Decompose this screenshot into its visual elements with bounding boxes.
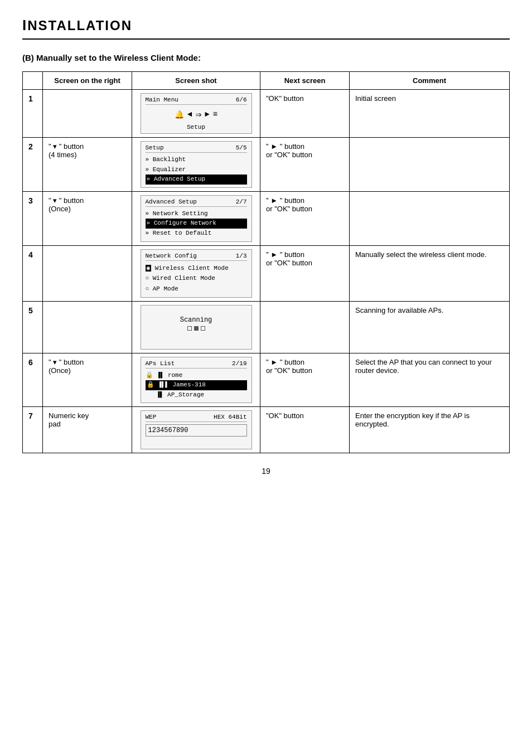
screenshot-main-menu: Main Menu 6/6 🔔 ◄ ⇒ ► ≡ Setup — [141, 93, 252, 134]
table-row: 5 Scanning Scanning for available APs. — [23, 301, 510, 353]
screenshot-cell: APs List 2/19 🔒 ▐▌ rome 🔒 ▐▌▌ James-318 … — [132, 353, 260, 407]
ss-scanning-text: Scanning — [146, 308, 247, 335]
col-screen-right: Screen on the right — [43, 72, 132, 90]
screenshot-scanning: Scanning — [141, 305, 252, 350]
next-screen — [260, 301, 350, 353]
screenshot-cell: WEP HEX 64Bit 1234567890 — [132, 407, 260, 453]
ss-item-0: » Network Setting — [146, 209, 247, 219]
ss-page: 1/3 — [236, 253, 247, 259]
ss-item-2: » Reset to Default — [146, 229, 247, 239]
icon-bell: 🔔 — [175, 110, 184, 119]
screenshot-network-config: Network Config 1/3 ◉ Wireless Client Mod… — [141, 249, 252, 298]
icon-usb: ⇒ — [195, 108, 201, 120]
row-num: 4 — [23, 245, 43, 301]
ss-page: 2/19 — [232, 360, 246, 367]
next-screen: " ► " button or "OK" button — [260, 245, 350, 301]
comment — [350, 191, 510, 245]
ss-page: 5/5 — [236, 144, 247, 151]
comment — [350, 138, 510, 192]
ss-item-0: » Backlight — [146, 155, 247, 165]
ss-title: Advanced Setup — [146, 198, 197, 205]
ss-item-1: 🔒 ▐▌▌ James-318 — [146, 380, 247, 390]
icon-list: ≡ — [213, 110, 217, 119]
row-num: 1 — [23, 90, 43, 138]
section-heading: (B) Manually set to the Wireless Client … — [22, 53, 510, 62]
ss-page: 2/7 — [236, 198, 247, 205]
screenshot-setup-menu: Setup 5/5 » Backlight » Equalizer » Adva… — [141, 141, 252, 188]
ss-radio-0: ◉ Wireless Client Mode — [146, 263, 247, 274]
comment: Scanning for available APs. — [350, 301, 510, 353]
ss-wep-value: 1234567890 — [146, 424, 247, 437]
next-screen: "OK" button — [260, 90, 350, 138]
row-num: 6 — [23, 353, 43, 407]
row-num: 7 — [23, 407, 43, 453]
screenshot-wep: WEP HEX 64Bit 1234567890 — [141, 410, 252, 449]
next-screen: "OK" button — [260, 407, 350, 453]
table-row: 4 Network Config 1/3 ◉ Wireless Client M… — [23, 245, 510, 301]
row-num: 5 — [23, 301, 43, 353]
icon-right: ► — [205, 110, 209, 119]
table-row: 3 " ▾ " button (Once) Advanced Setup 2/7… — [23, 191, 510, 245]
ss-label: Setup — [146, 124, 247, 130]
dot-1 — [187, 326, 192, 331]
ss-title: Network Config — [146, 253, 197, 259]
ss-item-2: » Advanced Setup — [146, 175, 247, 185]
screenshot-cell: Main Menu 6/6 🔔 ◄ ⇒ ► ≡ Setup — [132, 90, 260, 138]
ss-item-2: ▐▌ AP_Storage — [146, 390, 247, 400]
next-screen: " ► " button or "OK" button — [260, 138, 350, 192]
dot-3 — [201, 326, 205, 331]
screen-right: Numeric key pad — [43, 407, 132, 453]
screen-right: " ▾ " button (Once) — [43, 353, 132, 407]
screenshot-advanced-setup: Advanced Setup 2/7 » Network Setting » C… — [141, 195, 252, 242]
comment: Initial screen — [350, 90, 510, 138]
ss-page: 6/6 — [236, 96, 247, 103]
comment: Select the AP that you can connect to yo… — [350, 353, 510, 407]
ss-icons: 🔔 ◄ ⇒ ► ≡ — [146, 108, 247, 120]
table-row: 7 Numeric key pad WEP HEX 64Bit 12345678… — [23, 407, 510, 453]
screen-right: " ▾ " button (Once) — [43, 191, 132, 245]
screenshot-cell: Advanced Setup 2/7 » Network Setting » C… — [132, 191, 260, 245]
col-next-screen: Next screen — [260, 72, 350, 90]
col-screenshot: Screen shot — [132, 72, 260, 90]
screenshot-cell: Setup 5/5 » Backlight » Equalizer » Adva… — [132, 138, 260, 192]
col-num — [23, 72, 43, 90]
comment: Enter the encryption key if the AP is en… — [350, 407, 510, 453]
screenshot-aps-list: APs List 2/19 🔒 ▐▌ rome 🔒 ▐▌▌ James-318 … — [141, 357, 252, 404]
next-screen: " ► " button or "OK" button — [260, 353, 350, 407]
screen-right — [43, 301, 132, 353]
ss-item-0: 🔒 ▐▌ rome — [146, 371, 247, 381]
col-comment: Comment — [350, 72, 510, 90]
row-num: 3 — [23, 191, 43, 245]
installation-table: Screen on the right Screen shot Next scr… — [22, 71, 510, 453]
dot-2 — [194, 326, 199, 331]
ss-title: Setup — [146, 144, 164, 151]
ss-wep-type: HEX 64Bit — [214, 414, 246, 420]
ss-radio-1: ○ Wired Client Mode — [146, 273, 247, 284]
table-row: 1 Main Menu 6/6 🔔 ◄ ⇒ ► ≡ Setup — [23, 90, 510, 138]
ss-title: Main Menu — [146, 96, 178, 103]
table-row: 2 " ▾ " button (4 times) Setup 5/5 » Bac… — [23, 138, 510, 192]
ss-item-1: » Equalizer — [146, 165, 247, 175]
screenshot-cell: Network Config 1/3 ◉ Wireless Client Mod… — [132, 245, 260, 301]
screenshot-cell: Scanning — [132, 301, 260, 353]
ss-scanning-dots — [146, 326, 247, 331]
page-footer: 19 — [22, 467, 510, 476]
table-row: 6 " ▾ " button (Once) APs List 2/19 🔒 ▐▌… — [23, 353, 510, 407]
ss-title: APs List — [146, 360, 175, 367]
ss-radio-2: ○ AP Mode — [146, 284, 247, 294]
row-num: 2 — [23, 138, 43, 192]
next-screen: " ► " button or "OK" button — [260, 191, 350, 245]
screen-right — [43, 245, 132, 301]
screen-right: " ▾ " button (4 times) — [43, 138, 132, 192]
ss-wep-label: WEP — [146, 414, 157, 420]
icon-left: ◄ — [187, 110, 192, 119]
ss-item-1: » Configure Network — [146, 219, 247, 229]
comment: Manually select the wireless client mode… — [350, 245, 510, 301]
page-title: INSTALLATION — [22, 17, 510, 40]
screen-right — [43, 90, 132, 138]
